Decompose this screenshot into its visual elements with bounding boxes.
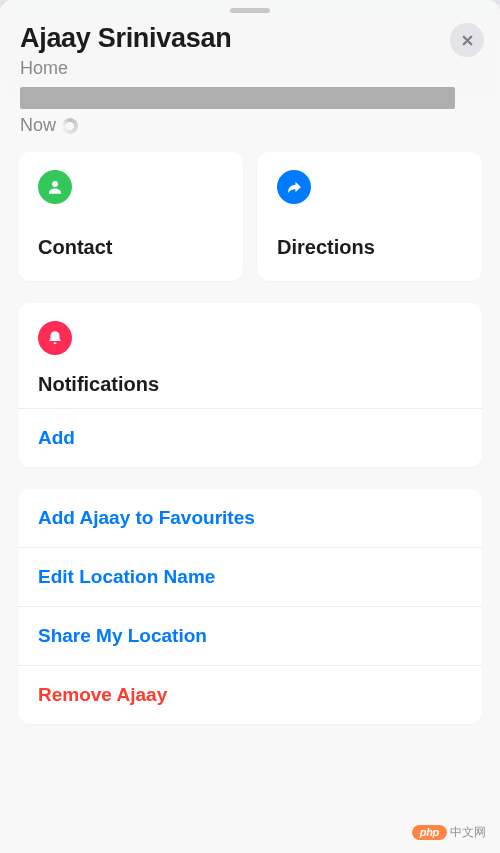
directions-icon	[277, 170, 311, 204]
contact-card[interactable]: Contact	[18, 152, 243, 281]
contact-icon	[38, 170, 72, 204]
status-text: Now	[20, 115, 56, 136]
watermark-text: 中文网	[450, 824, 486, 841]
loading-spinner-icon	[62, 118, 78, 134]
notifications-title: Notifications	[38, 373, 462, 396]
directions-card-label: Directions	[277, 236, 462, 259]
svg-point-0	[52, 181, 58, 187]
add-favourites-button[interactable]: Add Ajaay to Favourites	[18, 489, 482, 547]
directions-card[interactable]: Directions	[257, 152, 482, 281]
sheet-grabber[interactable]	[230, 8, 270, 13]
status-row: Now	[20, 115, 480, 136]
share-location-button[interactable]: Share My Location	[18, 606, 482, 665]
watermark-pill: php	[412, 825, 447, 840]
edit-location-name-button[interactable]: Edit Location Name	[18, 547, 482, 606]
content-area: Contact Directions Notifications Add Add…	[0, 152, 500, 724]
action-cards-row: Contact Directions	[18, 152, 482, 281]
notifications-header: Notifications	[18, 303, 482, 408]
sheet-header: Ajaay Srinivasan Home Now	[0, 23, 500, 152]
close-button[interactable]	[450, 23, 484, 57]
detail-sheet: Ajaay Srinivasan Home Now Contact Direct…	[0, 0, 500, 853]
notifications-section: Notifications Add	[18, 303, 482, 467]
close-icon	[460, 33, 475, 48]
contact-name: Ajaay Srinivasan	[20, 23, 480, 54]
add-notification-button[interactable]: Add	[18, 408, 482, 467]
location-label: Home	[20, 58, 480, 79]
remove-contact-button[interactable]: Remove Ajaay	[18, 665, 482, 724]
address-redacted	[20, 87, 455, 109]
watermark: php 中文网	[412, 824, 486, 841]
actions-section: Add Ajaay to Favourites Edit Location Na…	[18, 489, 482, 724]
contact-card-label: Contact	[38, 236, 223, 259]
bell-icon	[38, 321, 72, 355]
